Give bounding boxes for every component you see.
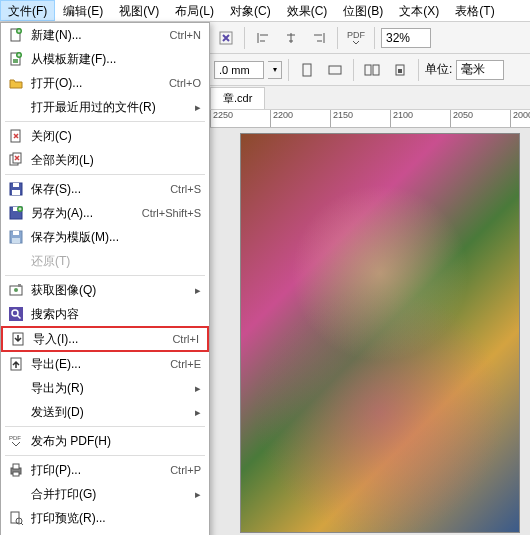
menu-item[interactable]: 打开(O)...Ctrl+O xyxy=(1,71,209,95)
canvas[interactable] xyxy=(210,128,530,535)
menu-item-label: 还原(T) xyxy=(27,253,201,270)
menu-item-label: 从模板新建(F)... xyxy=(27,51,201,68)
menu-object[interactable]: 对象(C) xyxy=(222,0,279,21)
menu-item[interactable]: 新建(N)...Ctrl+N xyxy=(1,23,209,47)
chevron-down-icon[interactable]: ▾ xyxy=(268,61,282,79)
menu-bitmap[interactable]: 位图(B) xyxy=(335,0,391,21)
menu-edit[interactable]: 编辑(E) xyxy=(55,0,111,21)
svg-rect-2 xyxy=(329,66,341,74)
submenu-arrow-icon: ▸ xyxy=(195,488,201,501)
menu-item-label: 关闭(C) xyxy=(27,128,201,145)
landscape-icon[interactable] xyxy=(323,58,347,82)
menu-item[interactable]: PDF发布为 PDF(H) xyxy=(1,429,209,453)
menu-item-label: 导入(I)... xyxy=(29,331,172,348)
menu-item[interactable]: 另存为(A)...Ctrl+Shift+S xyxy=(1,201,209,225)
menu-text[interactable]: 文本(X) xyxy=(391,0,447,21)
menu-item[interactable]: 导出为(R)▸ xyxy=(1,376,209,400)
menu-item[interactable]: 打印(P)...Ctrl+P xyxy=(1,458,209,482)
submenu-arrow-icon: ▸ xyxy=(195,284,201,297)
menu-item-shortcut: Ctrl+O xyxy=(169,77,201,89)
menu-item[interactable]: 全部关闭(L) xyxy=(1,148,209,172)
zoom-input[interactable] xyxy=(381,28,431,48)
svg-rect-6 xyxy=(398,69,402,73)
menu-item-shortcut: Ctrl+S xyxy=(170,183,201,195)
svg-rect-34 xyxy=(13,472,19,476)
file-menu-dropdown: 新建(N)...Ctrl+N从模板新建(F)...打开(O)...Ctrl+O打… xyxy=(0,22,210,535)
menu-item-shortcut: Ctrl+I xyxy=(172,333,199,345)
svg-rect-4 xyxy=(373,65,379,75)
preview-icon xyxy=(5,510,27,526)
placed-image[interactable] xyxy=(240,133,520,533)
ruler-tick: 2000 xyxy=(510,110,530,128)
menu-item-shortcut: Ctrl+E xyxy=(170,358,201,370)
ruler-tick: 2100 xyxy=(390,110,413,128)
import-icon xyxy=(7,331,29,347)
pdf-export-icon[interactable]: PDF xyxy=(344,26,368,50)
align-center-icon[interactable] xyxy=(279,26,303,50)
svg-rect-17 xyxy=(12,190,20,195)
menu-item[interactable]: 导出(E)...Ctrl+E xyxy=(1,352,209,376)
ruler-tick: 2150 xyxy=(330,110,353,128)
menu-item-label: 打开(O)... xyxy=(27,75,169,92)
menu-item-label: 新建(N)... xyxy=(27,27,170,44)
submenu-arrow-icon: ▸ xyxy=(195,382,201,395)
svg-rect-1 xyxy=(303,64,311,76)
menu-layout[interactable]: 布局(L) xyxy=(167,0,222,21)
menu-separator xyxy=(5,455,205,456)
submenu-arrow-icon: ▸ xyxy=(195,101,201,114)
unit-label: 单位: xyxy=(425,61,452,78)
acquire-icon xyxy=(5,282,27,298)
menu-item-shortcut: Ctrl+N xyxy=(170,29,201,41)
page-single-icon[interactable] xyxy=(388,58,412,82)
menu-item[interactable]: 发送到(D)▸ xyxy=(1,400,209,424)
menu-item-label: 导出为(R) xyxy=(27,380,195,397)
menu-item[interactable]: 导入(I)...Ctrl+I xyxy=(1,326,209,352)
menu-item: 还原(T) xyxy=(1,249,209,273)
menu-item[interactable]: 搜索内容 xyxy=(1,302,209,326)
portrait-icon[interactable] xyxy=(295,58,319,82)
pdf-label: PDF xyxy=(347,30,365,40)
svg-rect-16 xyxy=(13,183,19,187)
unit-input[interactable] xyxy=(456,60,504,80)
align-right-icon[interactable] xyxy=(307,26,331,50)
menu-view[interactable]: 视图(V) xyxy=(111,0,167,21)
tab-document[interactable]: 章.cdr xyxy=(210,87,265,109)
menu-item[interactable]: 获取图像(Q)▸ xyxy=(1,278,209,302)
menu-item-label: 发送到(D) xyxy=(27,404,195,421)
menu-item-label: 打印(P)... xyxy=(27,462,170,479)
ruler-tick: 2050 xyxy=(450,110,473,128)
menu-item[interactable]: 打印预览(R)... xyxy=(1,506,209,530)
dimension-input[interactable] xyxy=(214,61,264,79)
menu-item[interactable]: 从模板新建(F)... xyxy=(1,47,209,71)
menu-effect[interactable]: 效果(C) xyxy=(279,0,336,21)
menu-separator xyxy=(5,426,205,427)
menu-separator xyxy=(5,275,205,276)
svg-rect-10 xyxy=(13,59,18,63)
svg-rect-35 xyxy=(11,512,19,523)
menu-separator xyxy=(5,174,205,175)
close-icon xyxy=(5,128,27,144)
menu-file[interactable]: 文件(F) xyxy=(0,0,55,21)
menu-item[interactable]: 保存(S)...Ctrl+S xyxy=(1,177,209,201)
pages-icon[interactable] xyxy=(360,58,384,82)
snap-icon[interactable] xyxy=(214,26,238,50)
menu-table[interactable]: 表格(T) xyxy=(447,0,502,21)
menu-item[interactable]: 打开最近用过的文件(R)▸ xyxy=(1,95,209,119)
menu-item[interactable]: 关闭(C) xyxy=(1,124,209,148)
menu-item[interactable]: 保存为模版(M)... xyxy=(1,225,209,249)
menu-item-label: 打印预览(R)... xyxy=(27,510,201,527)
menu-item-label: 保存(S)... xyxy=(27,181,170,198)
svg-rect-22 xyxy=(13,231,19,235)
menu-item[interactable]: 合并打印(G)▸ xyxy=(1,482,209,506)
svg-rect-3 xyxy=(365,65,371,75)
menu-item-label: 保存为模版(M)... xyxy=(27,229,201,246)
pdf-icon: PDF xyxy=(5,433,27,449)
menu-item-label: 另存为(A)... xyxy=(27,205,142,222)
menu-item-label: 合并打印(G) xyxy=(27,486,195,503)
menu-item-label: 发布为 PDF(H) xyxy=(27,433,201,450)
menu-item[interactable]: 收集用于输出(U)... xyxy=(1,530,209,535)
align-left-icon[interactable] xyxy=(251,26,275,50)
menu-item-shortcut: Ctrl+Shift+S xyxy=(142,207,201,219)
ruler-tick: 2250 xyxy=(210,110,233,128)
svg-rect-26 xyxy=(18,284,21,287)
